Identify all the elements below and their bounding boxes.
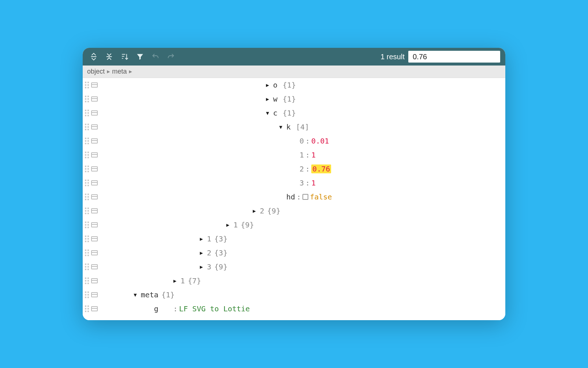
tree-row-content[interactable]: 1:1 [106, 151, 316, 159]
drag-handle-icon[interactable] [85, 110, 89, 116]
row-gutter [83, 180, 106, 186]
tree-row-content[interactable]: ▶1{3} [106, 234, 227, 243]
tree-row-content[interactable]: 2:0.76 [106, 164, 331, 173]
collapse-toggle-icon[interactable]: ▼ [265, 110, 270, 116]
tree-index: 1 [233, 220, 238, 229]
drag-handle-icon[interactable] [85, 291, 89, 298]
expand-toggle-icon[interactable]: ▶ [199, 250, 204, 256]
drag-handle-icon[interactable] [85, 305, 89, 312]
tree-row-content[interactable]: ▶2{9} [106, 206, 280, 215]
drag-handle-icon[interactable] [85, 152, 89, 158]
drag-handle-icon[interactable] [85, 194, 89, 200]
breadcrumb-segment[interactable]: object [87, 68, 105, 75]
collapse-all-button[interactable] [103, 51, 115, 63]
drag-handle-icon[interactable] [85, 208, 89, 214]
drag-handle-icon[interactable] [85, 96, 89, 102]
expand-toggle-icon[interactable]: ▶ [265, 82, 270, 88]
tree-row-content[interactable]: ▶2{3} [106, 248, 227, 257]
expand-toggle-icon[interactable]: ▶ [225, 222, 230, 228]
drag-handle-icon[interactable] [85, 82, 89, 88]
tree-index: 1 [180, 276, 185, 285]
tree-row-content[interactable]: ▼c{1} [106, 109, 296, 117]
tree-size-badge: {7} [188, 276, 201, 285]
boolean-checkbox[interactable] [302, 194, 308, 200]
row-gutter [83, 263, 106, 270]
tree-row: ▶2{9} [83, 204, 505, 218]
sort-button[interactable] [119, 51, 130, 63]
tree-value[interactable]: 0.76 [311, 164, 331, 173]
row-gutter [83, 222, 106, 228]
drag-handle-icon[interactable] [85, 250, 89, 256]
row-gutter [83, 152, 106, 158]
row-type-icon [91, 152, 98, 158]
row-gutter [83, 291, 106, 298]
tree-row: ▶o{1} [83, 78, 505, 92]
tree-size-badge: [4] [296, 123, 309, 131]
collapse-toggle-icon[interactable]: ▼ [133, 292, 138, 298]
expand-toggle-icon[interactable]: ▶ [199, 236, 204, 242]
tree-key: k [286, 123, 291, 131]
tree-row: 1:1 [83, 148, 505, 162]
drag-handle-icon[interactable] [85, 277, 89, 284]
tree-row-content[interactable]: ▶o{1} [106, 81, 296, 89]
row-type-icon [91, 110, 98, 116]
tree-row: ▶w{1} [83, 92, 505, 106]
colon-separator: : [297, 192, 301, 201]
tree-row-content[interactable]: g :LF SVG to Lottie [106, 304, 250, 313]
tree-row-content[interactable]: ▶w{1} [106, 95, 296, 103]
expand-toggle-icon[interactable]: ▶ [199, 264, 204, 270]
breadcrumb-segment[interactable]: meta [112, 68, 127, 75]
row-gutter [83, 82, 106, 88]
row-gutter [83, 250, 106, 256]
tree-row: ▶2{3} [83, 246, 505, 260]
tree-size-badge: {9} [214, 262, 227, 271]
tree-row: ▶1{9} [83, 218, 505, 232]
row-type-icon [91, 96, 98, 102]
expand-toggle-icon[interactable]: ▶ [252, 208, 257, 214]
search-result-count: 1 result [380, 53, 405, 61]
row-gutter [83, 110, 106, 116]
search-input[interactable] [413, 51, 505, 63]
drag-handle-icon[interactable] [85, 124, 89, 130]
drag-handle-icon[interactable] [85, 222, 89, 228]
tree-row-content[interactable]: ▶1{9} [106, 220, 254, 229]
row-type-icon [91, 138, 98, 144]
row-gutter [83, 124, 106, 130]
row-gutter [83, 305, 106, 312]
row-gutter [83, 96, 106, 102]
toolbar: 1 result [83, 48, 505, 66]
row-type-icon [91, 264, 98, 269]
drag-handle-icon[interactable] [85, 138, 89, 144]
tree-row-content[interactable]: hd:false [106, 192, 332, 201]
tree-key: g [154, 304, 158, 313]
tree-key: w [273, 95, 277, 103]
tree-value[interactable]: LF SVG to Lottie [179, 304, 250, 313]
drag-handle-icon[interactable] [85, 236, 89, 242]
tree-value[interactable]: false [310, 192, 332, 201]
expand-toggle-icon[interactable]: ▶ [172, 278, 178, 284]
drag-handle-icon[interactable] [85, 166, 89, 172]
colon-separator: : [305, 178, 310, 187]
expand-toggle-icon[interactable]: ▶ [265, 96, 270, 102]
tree-row-content[interactable]: ▼meta{1} [106, 290, 175, 299]
json-tree[interactable]: ▶o{1}▶w{1}▼c{1}▼k[4]0:0.011:12:0.763:1hd… [83, 78, 505, 320]
filter-button[interactable] [134, 51, 146, 63]
redo-button[interactable] [165, 51, 177, 63]
tree-row-content[interactable]: 3:1 [106, 178, 316, 187]
expand-all-button[interactable] [88, 51, 100, 63]
tree-key: meta [141, 290, 158, 299]
drag-handle-icon[interactable] [85, 180, 89, 186]
collapse-toggle-icon[interactable]: ▼ [278, 124, 283, 130]
tree-row-content[interactable]: ▶1{7} [106, 276, 201, 285]
tree-value[interactable]: 1 [311, 151, 316, 159]
tree-value[interactable]: 1 [311, 178, 316, 187]
undo-button[interactable] [150, 51, 161, 63]
tree-value[interactable]: 0.01 [311, 137, 329, 145]
row-type-icon [91, 166, 98, 171]
tree-row-content[interactable]: ▼k[4] [106, 123, 309, 131]
tree-key: o [273, 81, 277, 89]
tree-row-content[interactable]: 0:0.01 [106, 137, 329, 145]
row-type-icon [91, 278, 98, 283]
drag-handle-icon[interactable] [85, 263, 89, 270]
tree-row-content[interactable]: ▶3{9} [106, 262, 227, 271]
